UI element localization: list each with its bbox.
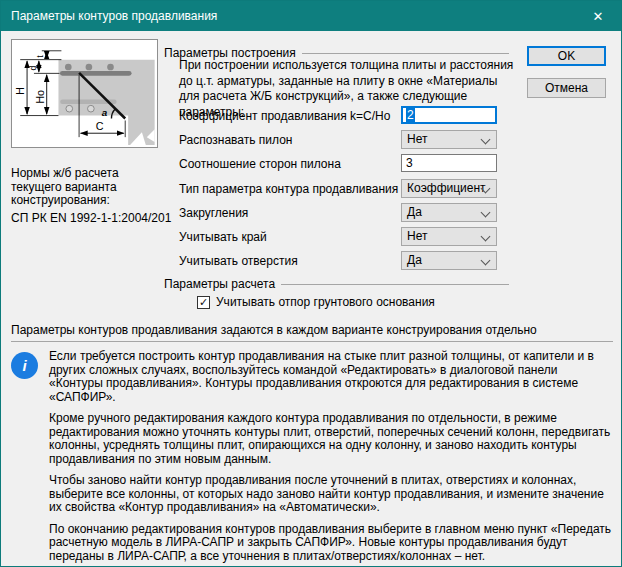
- form-row: ЗакругленияДа: [179, 203, 499, 222]
- form-row: Учитывать отверстияДа: [179, 251, 499, 270]
- info-paragraph: Если требуется построить контур продавли…: [49, 350, 613, 404]
- checkbox-icon[interactable]: ✓: [197, 296, 210, 309]
- field-label: Учитывать край: [179, 230, 267, 244]
- select-value: Коэффициент: [407, 181, 486, 195]
- select-value: Нет: [407, 229, 427, 243]
- info-text-block: Если требуется построить контур продавли…: [49, 350, 613, 567]
- slab-section-diagram: t d H Ho a C: [11, 39, 158, 148]
- field-label: Распознавать пилон: [179, 133, 293, 147]
- dialog-title: Параметры контуров продавливания: [1, 9, 217, 23]
- dim-label-d: d: [28, 65, 38, 70]
- select-value: Да: [407, 205, 422, 219]
- info-icon-glyph: i: [22, 357, 26, 374]
- group-title-calc: Параметры расчета: [164, 277, 275, 291]
- field-label: Учитывать отверстия: [179, 254, 298, 268]
- info-icon: i: [11, 352, 38, 379]
- form-row: Учитывать крайНет: [179, 227, 499, 246]
- field-label: Коэффициент продавливания k=C/Ho: [179, 109, 390, 123]
- soil-resistance-checkbox-row[interactable]: ✓ Учитывать отпор грунтового основания: [197, 295, 435, 309]
- form-row: Распознавать пилонНет: [179, 130, 499, 149]
- dim-label-c: C: [96, 120, 104, 132]
- dim-label-h: H: [14, 87, 26, 95]
- field-select[interactable]: Да: [401, 251, 497, 270]
- punching-contours-dialog: Параметры контуров продавливания ✕: [0, 0, 622, 567]
- slab-section-svg: t d H Ho a C: [12, 40, 155, 145]
- field-label: Тип параметра контура продавливания: [179, 182, 398, 196]
- divider: [11, 341, 613, 342]
- field-label: Закругления: [179, 206, 248, 220]
- chevron-down-icon: [481, 232, 491, 242]
- field-input[interactable]: 2: [401, 106, 497, 124]
- norms-caption: Нормы ж/б расчета текущего варианта конс…: [11, 167, 166, 208]
- dim-label-a: a: [102, 107, 108, 118]
- field-label: Соотношение сторон пилона: [179, 157, 341, 171]
- input-value: 3: [406, 156, 413, 170]
- cancel-button[interactable]: Отмена: [527, 78, 606, 98]
- form-row: Тип параметра контура продавливанияКоэфф…: [179, 179, 499, 198]
- select-value: Да: [407, 253, 422, 267]
- close-button[interactable]: ✕: [575, 1, 621, 31]
- titlebar: Параметры контуров продавливания ✕: [1, 1, 621, 31]
- dim-label-t: t: [35, 55, 45, 58]
- ok-button[interactable]: OK: [527, 46, 606, 66]
- norms-code: СП РК EN 1992-1-1:2004/201: [11, 211, 186, 225]
- close-icon: ✕: [593, 9, 604, 24]
- divider: [281, 284, 509, 285]
- checkbox-label: Учитывать отпор грунтового основания: [216, 295, 435, 309]
- group-calc-params: Параметры расчета: [164, 277, 509, 291]
- field-select[interactable]: Нет: [401, 130, 497, 149]
- input-value: 2: [406, 108, 415, 122]
- select-value: Нет: [407, 132, 427, 146]
- divider: [302, 53, 509, 54]
- field-select[interactable]: Нет: [401, 227, 497, 246]
- form-row: Коэффициент продавливания k=C/Ho2: [179, 106, 499, 125]
- form-row: Соотношение сторон пилона3: [179, 154, 499, 173]
- info-paragraph: По окончанию редактирования контуров про…: [49, 523, 613, 564]
- field-input[interactable]: 3: [401, 154, 497, 172]
- variant-note: Параметры контуров продавливания задаютс…: [11, 323, 615, 337]
- info-paragraph: Кроме ручного редактирования каждого кон…: [49, 412, 613, 466]
- chevron-down-icon: [481, 256, 491, 266]
- chevron-down-icon: [481, 208, 491, 218]
- dim-label-ho: Ho: [34, 90, 46, 104]
- field-select[interactable]: Да: [401, 203, 497, 222]
- chevron-down-icon: [481, 135, 491, 145]
- field-select[interactable]: Коэффициент: [401, 179, 497, 198]
- info-paragraph: Чтобы заново найти контур продавливания …: [49, 474, 613, 515]
